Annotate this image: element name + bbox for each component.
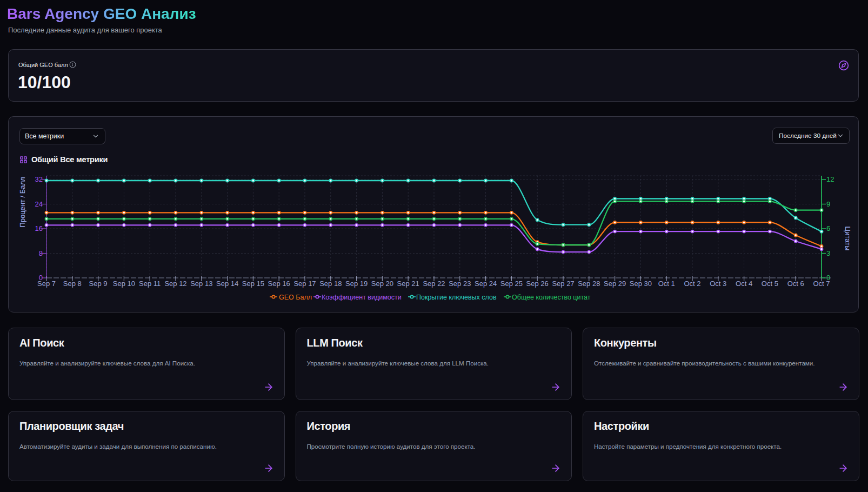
svg-text:Цитаты: Цитаты [844, 227, 852, 251]
svg-text:Sep 17: Sep 17 [293, 280, 316, 288]
svg-text:Sep 11: Sep 11 [139, 280, 161, 288]
svg-text:Sep 19: Sep 19 [345, 280, 368, 288]
svg-text:Sep 14: Sep 14 [216, 280, 238, 288]
svg-text:Oct 7: Oct 7 [813, 280, 830, 288]
svg-text:Sep 28: Sep 28 [578, 280, 600, 288]
svg-text:Sep 16: Sep 16 [268, 280, 290, 288]
svg-text:Sep 7: Sep 7 [37, 280, 56, 288]
svg-text:Sep 10: Sep 10 [113, 280, 135, 288]
svg-text:Sep 15: Sep 15 [242, 280, 264, 288]
svg-text:12: 12 [826, 175, 834, 183]
svg-text:Sep 26: Sep 26 [526, 280, 549, 288]
svg-text:32: 32 [35, 175, 43, 183]
svg-text:GEO Балл: GEO Балл [279, 294, 312, 301]
svg-text:Sep 18: Sep 18 [319, 280, 342, 288]
svg-text:Oct 2: Oct 2 [684, 280, 700, 288]
svg-text:Sep 25: Sep 25 [500, 280, 523, 288]
svg-text:9: 9 [826, 200, 830, 208]
svg-text:3: 3 [826, 249, 830, 257]
svg-text:Sep 22: Sep 22 [423, 280, 445, 288]
svg-text:Sep 30: Sep 30 [630, 280, 652, 288]
svg-text:24: 24 [35, 200, 43, 208]
svg-text:Sep 8: Sep 8 [63, 280, 82, 288]
svg-text:Sep 23: Sep 23 [449, 280, 471, 288]
svg-text:Sep 12: Sep 12 [164, 280, 186, 288]
svg-text:Oct 6: Oct 6 [787, 280, 804, 288]
svg-text:Oct 3: Oct 3 [710, 280, 726, 288]
svg-text:Oct 4: Oct 4 [736, 280, 752, 288]
svg-text:Sep 29: Sep 29 [604, 280, 626, 288]
svg-text:Sep 20: Sep 20 [371, 280, 393, 288]
svg-text:Покрытие ключевых слов: Покрытие ключевых слов [416, 294, 497, 301]
svg-text:Коэффициент видимости: Коэффициент видимости [322, 294, 402, 301]
svg-text:Общее количество цитат: Общее количество цитат [512, 294, 591, 301]
svg-text:Sep 27: Sep 27 [552, 280, 574, 288]
svg-text:Sep 21: Sep 21 [397, 280, 419, 288]
svg-text:6: 6 [826, 224, 830, 232]
svg-text:Sep 9: Sep 9 [89, 280, 108, 288]
svg-text:Sep 24: Sep 24 [475, 280, 497, 288]
svg-text:16: 16 [35, 224, 43, 232]
svg-text:Oct 1: Oct 1 [658, 280, 675, 288]
svg-text:Oct 5: Oct 5 [762, 280, 778, 288]
svg-text:Sep 13: Sep 13 [190, 280, 212, 288]
svg-text:Процент / Балл: Процент / Балл [18, 177, 26, 227]
svg-text:8: 8 [39, 249, 43, 257]
